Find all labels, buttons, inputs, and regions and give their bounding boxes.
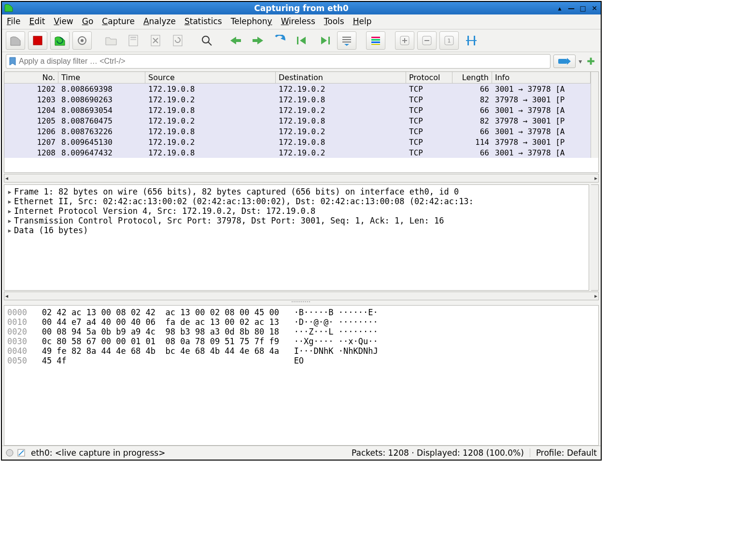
menu-view[interactable]: View (54, 16, 73, 26)
column-header-source[interactable]: Source (145, 72, 276, 83)
menu-analyze[interactable]: Analyze (143, 16, 176, 26)
open-file-button[interactable] (101, 31, 121, 50)
jump-to-packet-button[interactable] (270, 31, 290, 50)
menu-statistics[interactable]: Statistics (184, 16, 222, 26)
scroll-left-icon[interactable]: ◂ (5, 175, 8, 182)
filter-dropdown-icon[interactable]: ▾ (579, 57, 582, 65)
details-hscrollbar[interactable]: ◂ ▸ (4, 292, 599, 300)
statusbar: eth0: <live capture in progress> Packets… (2, 446, 601, 460)
hex-row[interactable]: 0050 45 4f EO (7, 356, 595, 365)
packet-list-vscrollbar[interactable] (591, 72, 598, 158)
zoom-in-button[interactable] (395, 31, 414, 50)
zoom-out-button[interactable] (417, 31, 437, 50)
tree-row[interactable]: ▸Frame 1: 82 bytes on wire (656 bits), 8… (7, 187, 586, 196)
svg-rect-16 (342, 42, 351, 42)
svg-text:1: 1 (448, 38, 451, 44)
go-forward-button[interactable] (248, 31, 268, 50)
capture-options-button[interactable] (72, 31, 92, 50)
menubar: FileEditViewGoCaptureAnalyzeStatisticsTe… (2, 14, 601, 29)
svg-point-8 (202, 36, 209, 43)
column-header-time[interactable]: Time (58, 72, 145, 83)
table-row[interactable]: 12078.009645130172.19.0.2172.19.0.8TCP11… (4, 137, 591, 147)
table-row[interactable]: 12068.008763226172.19.0.8172.19.0.2TCP66… (4, 126, 591, 137)
packet-bytes-pane[interactable]: 0000 02 42 ac 13 00 08 02 42 ac 13 00 02… (4, 305, 599, 446)
titlebar: Capturing from eth0 ▴ — □ ✕ (2, 2, 601, 14)
column-header-no[interactable]: No. (4, 72, 58, 83)
menu-capture[interactable]: Capture (102, 16, 135, 26)
tree-row[interactable]: ▸Internet Protocol Version 4, Src: 172.1… (7, 206, 586, 216)
svg-rect-10 (236, 39, 241, 42)
display-filter-input[interactable] (6, 54, 550, 69)
go-first-button[interactable] (293, 31, 312, 50)
add-filter-button[interactable]: ✚ (585, 56, 597, 67)
tree-row[interactable]: ▸Transmission Control Protocol, Src Port… (7, 216, 586, 225)
tree-row[interactable]: ▸Ethernet II, Src: 02:42:ac:13:00:02 (02… (7, 196, 586, 206)
zoom-reset-button[interactable]: 1 (439, 31, 459, 50)
edit-capture-icon[interactable] (17, 449, 25, 457)
hex-row[interactable]: 0000 02 42 ac 13 00 08 02 42 ac 13 00 02… (7, 308, 595, 317)
app-window: Capturing from eth0 ▴ — □ ✕ FileEditView… (1, 1, 602, 461)
reload-file-button[interactable] (168, 31, 187, 50)
svg-rect-13 (328, 37, 330, 44)
close-file-button[interactable] (146, 31, 165, 50)
start-capture-button[interactable] (6, 31, 25, 50)
svg-rect-7 (173, 35, 182, 46)
maximize-button[interactable]: □ (579, 4, 587, 12)
restart-capture-button[interactable] (50, 31, 70, 50)
hex-row[interactable]: 0030 0c 80 58 67 00 00 01 01 08 0a 78 09… (7, 336, 595, 346)
menu-telephony[interactable]: Telephony (231, 16, 272, 26)
svg-point-2 (81, 39, 84, 42)
auto-scroll-button[interactable] (337, 31, 356, 50)
svg-rect-11 (253, 39, 257, 42)
bookmark-icon[interactable] (9, 57, 16, 66)
svg-rect-19 (371, 42, 380, 43)
window-title: Capturing from eth0 (254, 3, 348, 13)
column-header-destination[interactable]: Destination (276, 72, 406, 83)
svg-line-9 (208, 42, 212, 45)
table-row[interactable]: 12048.008693054172.19.0.8172.19.0.2TCP66… (4, 105, 591, 115)
details-vscrollbar[interactable] (591, 184, 599, 291)
column-header-protocol[interactable]: Protocol (406, 72, 452, 83)
scroll-left-icon[interactable]: ◂ (5, 293, 8, 299)
filter-bar: ▾ ✚ (2, 52, 601, 71)
hex-row[interactable]: 0040 49 fe 82 8a 44 4e 68 4b bc 4e 68 4b… (7, 346, 595, 356)
wireshark-icon (4, 3, 14, 13)
menu-help[interactable]: Help (353, 16, 372, 26)
close-button[interactable]: ✕ (590, 4, 599, 12)
hex-row[interactable]: 0010 00 44 e7 a4 40 00 40 06 fa de ac 13… (7, 317, 595, 327)
minimize-button[interactable]: — (567, 4, 576, 12)
menu-edit[interactable]: Edit (29, 16, 45, 26)
hex-row[interactable]: 0020 00 08 94 5a 0b b9 a9 4c 98 b3 98 a3… (7, 327, 595, 336)
pane-splitter[interactable] (4, 300, 599, 303)
table-row[interactable]: 12088.009647432172.19.0.8172.19.0.2TCP66… (4, 147, 591, 158)
stop-capture-button[interactable] (28, 31, 47, 50)
shade-button[interactable]: ▴ (555, 4, 564, 12)
packet-list-hscrollbar[interactable]: ◂ ▸ (4, 174, 599, 182)
packet-details-pane[interactable]: ▸Frame 1: 82 bytes on wire (656 bits), 8… (4, 184, 589, 291)
colorize-button[interactable] (366, 31, 385, 50)
display-filter-field[interactable] (19, 57, 547, 66)
go-last-button[interactable] (315, 31, 334, 50)
go-back-button[interactable] (226, 31, 245, 50)
scroll-right-icon[interactable]: ▸ (594, 293, 597, 299)
column-header-length[interactable]: Length (452, 72, 492, 83)
svg-rect-15 (342, 39, 351, 40)
menu-tools[interactable]: Tools (324, 16, 344, 26)
status-profile[interactable]: Profile: Default (536, 448, 597, 458)
table-row[interactable]: 12028.008669398172.19.0.8172.19.0.2TCP66… (4, 84, 591, 94)
apply-filter-button[interactable] (553, 55, 576, 68)
resize-columns-button[interactable] (462, 31, 481, 50)
save-file-button[interactable] (124, 31, 143, 50)
packet-list-body[interactable]: 12028.008669398172.19.0.8172.19.0.2TCP66… (4, 84, 591, 158)
tree-row[interactable]: ▸Data (16 bytes) (7, 225, 586, 235)
column-header-info[interactable]: Info (492, 72, 591, 83)
scroll-right-icon[interactable]: ▸ (594, 175, 597, 182)
expert-info-icon[interactable] (6, 449, 14, 457)
table-row[interactable]: 12038.008690263172.19.0.2172.19.0.8TCP82… (4, 94, 591, 105)
table-row[interactable]: 12058.008760475172.19.0.2172.19.0.8TCP82… (4, 115, 591, 126)
menu-wireless[interactable]: Wireless (281, 16, 315, 26)
menu-file[interactable]: File (7, 16, 20, 26)
find-packet-button[interactable] (197, 31, 216, 50)
menu-go[interactable]: Go (82, 16, 94, 26)
svg-rect-27 (558, 59, 567, 64)
